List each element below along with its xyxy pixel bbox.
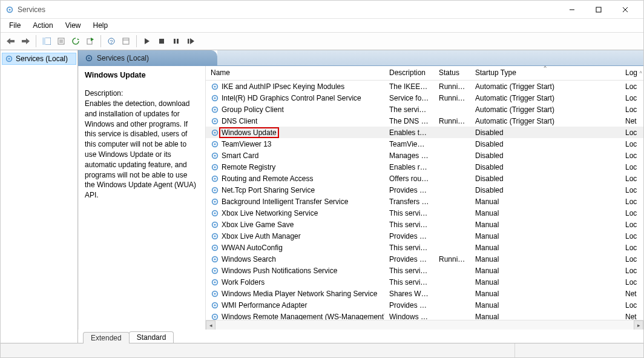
- detail-header-title: Services (Local): [97, 54, 149, 62]
- service-row[interactable]: Remote RegistryEnables rem...DisabledLoc: [206, 161, 643, 173]
- svg-rect-21: [123, 38, 129, 44]
- cell-stype: Automatic (Trigger Start): [470, 117, 620, 125]
- cell-stype: Manual: [470, 197, 620, 206]
- service-row[interactable]: Routing and Remote AccessOffers routi...…: [206, 173, 643, 184]
- view-tabs: Extended Standard: [78, 330, 643, 343]
- cell-stype: Manual: [470, 290, 620, 298]
- menu-file[interactable]: File: [4, 20, 25, 31]
- scroll-right-button[interactable]: ▸: [634, 320, 643, 330]
- cell-name: Smart Card: [206, 151, 384, 160]
- gear-icon: [211, 255, 219, 264]
- service-row[interactable]: Xbox Live Game SaveThis service ...Manua…: [206, 219, 643, 230]
- col-status[interactable]: Status: [434, 66, 470, 80]
- tab-extended[interactable]: Extended: [83, 332, 130, 343]
- cell-desc: Service for I...: [384, 94, 434, 102]
- cell-name: IKE and AuthIP IPsec Keying Modules: [206, 82, 384, 91]
- svg-point-74: [214, 316, 215, 317]
- svg-point-64: [214, 258, 215, 260]
- service-rows[interactable]: IKE and AuthIP IPsec Keying ModulesThe I…: [206, 81, 643, 320]
- cell-stype: Manual: [470, 220, 620, 229]
- cell-log: Loc: [620, 209, 643, 217]
- service-row[interactable]: Work FoldersThis service ...ManualLoc: [206, 276, 643, 288]
- service-row[interactable]: Smart CardManages ac...DisabledLoc: [206, 150, 643, 161]
- cell-log: Loc: [620, 220, 643, 229]
- cell-log: Loc: [620, 244, 643, 252]
- col-log-label: Log: [625, 68, 637, 77]
- cell-name: DNS Client: [206, 117, 384, 125]
- forward-button[interactable]: [19, 35, 32, 48]
- service-name-text: TeamViewer 13: [222, 140, 272, 148]
- service-name-text: IKE and AuthIP IPsec Keying Modules: [222, 82, 344, 91]
- col-log-on-as[interactable]: Log ^: [620, 66, 643, 80]
- restart-service-button[interactable]: [184, 35, 197, 48]
- scroll-left-button[interactable]: ◂: [206, 320, 215, 330]
- service-row[interactable]: Windows Push Notifications ServiceThis s…: [206, 265, 643, 276]
- menu-action[interactable]: Action: [28, 20, 58, 31]
- gear-icon: [211, 290, 219, 298]
- start-service-button[interactable]: [140, 35, 154, 48]
- col-description[interactable]: Description: [384, 66, 434, 80]
- pause-service-button[interactable]: [169, 35, 183, 48]
- svg-rect-27: [188, 39, 189, 44]
- stop-service-button[interactable]: [155, 35, 168, 48]
- service-row[interactable]: DNS ClientThe DNS Cli...RunningAutomatic…: [206, 115, 643, 127]
- cell-desc: This service ...: [384, 220, 434, 229]
- cell-desc: Provides co...: [384, 255, 434, 264]
- service-row[interactable]: Xbox Live Auth ManagerProvides au...Manu…: [206, 230, 643, 242]
- cell-desc: The DNS Cli...: [384, 117, 434, 125]
- minimize-button[interactable]: [559, 1, 585, 18]
- service-row[interactable]: WWAN AutoConfigThis service ...ManualLoc: [206, 242, 643, 253]
- col-name[interactable]: Name: [206, 66, 384, 80]
- properties-button[interactable]: [54, 35, 68, 48]
- menu-view[interactable]: View: [61, 20, 86, 31]
- service-row[interactable]: Windows Media Player Network Sharing Ser…: [206, 288, 643, 299]
- show-hide-tree-button[interactable]: [40, 35, 53, 48]
- maximize-button[interactable]: [585, 1, 612, 18]
- service-row[interactable]: Group Policy ClientThe service ...Automa…: [206, 104, 643, 115]
- service-row[interactable]: Net.Tcp Port Sharing ServiceProvides abi…: [206, 184, 643, 196]
- cell-status: Running: [434, 255, 470, 264]
- back-button[interactable]: [4, 35, 18, 48]
- svg-marker-23: [145, 38, 150, 44]
- close-button[interactable]: [612, 1, 639, 18]
- service-row[interactable]: Xbox Live Networking ServiceThis service…: [206, 207, 643, 219]
- cell-name: Routing and Remote Access: [206, 174, 384, 183]
- service-row[interactable]: Windows Remote Management (WS-Management…: [206, 311, 643, 320]
- gear-icon: [211, 117, 219, 125]
- service-name-text: Remote Registry: [222, 163, 275, 171]
- tab-standard[interactable]: Standard: [129, 331, 174, 343]
- cell-desc: Enables rem...: [384, 163, 434, 171]
- menu-help[interactable]: Help: [88, 20, 113, 31]
- svg-marker-9: [26, 38, 30, 44]
- svg-rect-24: [159, 39, 164, 44]
- selected-service-name: Windows Update: [85, 71, 199, 79]
- toolbar: ?: [1, 32, 643, 50]
- export-button[interactable]: [84, 35, 97, 48]
- service-name-text: Xbox Live Game Save: [222, 220, 294, 229]
- cell-stype: Automatic (Trigger Start): [470, 82, 620, 91]
- service-row[interactable]: TeamViewer 13TeamViewer...DisabledLoc: [206, 138, 643, 150]
- manage-button[interactable]: [119, 35, 133, 48]
- refresh-button[interactable]: [69, 35, 82, 48]
- services-icon: [5, 5, 14, 14]
- cell-log: Loc: [620, 163, 643, 171]
- service-row[interactable]: Windows SearchProvides co...RunningManua…: [206, 253, 643, 265]
- cell-log: Loc: [620, 232, 643, 240]
- col-startup-type[interactable]: Startup Type ^: [470, 66, 620, 80]
- cell-name: Group Policy Client: [206, 105, 384, 114]
- service-row[interactable]: Windows UpdateEnables the ...DisabledLoc: [206, 127, 643, 138]
- service-row[interactable]: WMI Performance AdapterProvides pe...Man…: [206, 299, 643, 311]
- svg-point-72: [214, 304, 215, 306]
- help-button[interactable]: ?: [105, 35, 118, 48]
- toolbar-divider: [100, 35, 101, 47]
- titlebar[interactable]: Services: [1, 1, 643, 19]
- service-row[interactable]: Background Intelligent Transfer ServiceT…: [206, 196, 643, 207]
- horizontal-scrollbar[interactable]: ◂ ▸: [206, 320, 643, 330]
- scroll-track[interactable]: [215, 320, 634, 330]
- cell-name: Windows Media Player Network Sharing Ser…: [206, 290, 384, 298]
- cell-desc: Windows R...: [384, 313, 434, 320]
- service-row[interactable]: Intel(R) HD Graphics Control Panel Servi…: [206, 92, 643, 104]
- tree-node-services-local[interactable]: Services (Local): [2, 53, 76, 65]
- service-row[interactable]: IKE and AuthIP IPsec Keying ModulesThe I…: [206, 81, 643, 92]
- tree-pane[interactable]: Services (Local): [1, 50, 78, 343]
